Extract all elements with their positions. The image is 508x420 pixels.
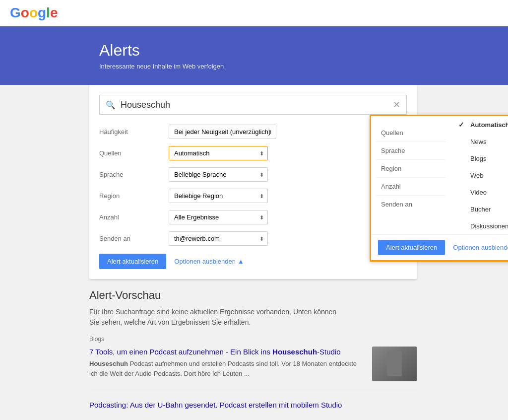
dropdown-option-news[interactable]: News [450,133,508,150]
dropdown-option-blogs[interactable]: Blogs [450,150,508,167]
preview-description: Für Ihre Suchanfrage sind keine aktuelle… [89,307,417,328]
logo-letter-g2: g [38,5,46,21]
senden-select[interactable]: th@rewerb.com [169,231,268,246]
search-icon: 🔍 [106,100,116,110]
main-content: 🔍 ✕ Häufigkeit Bei jeder Neuigkeit (unve… [0,85,508,420]
anzahl-label: Anzahl [99,213,169,221]
preview-section: Alert-Vorschau Für Ihre Suchanfrage sind… [89,289,417,410]
checkmark-icon: ✓ [458,121,466,129]
google-logo: G o o g l e [10,5,58,21]
option-diskussionen-label: Diskussionen [470,222,508,230]
result-thumbnail-1 [372,347,417,381]
dropdown-option-video[interactable]: Video [450,184,508,201]
dropdown-option-bucher[interactable]: Bücher [450,201,508,217]
dropdown-option-web[interactable]: Web [450,167,508,184]
thumbnail-figure [387,351,402,376]
sprache-label: Sprache [99,171,169,178]
snippet-bold: Houseschuh [89,360,128,367]
dropdown-update-button[interactable]: Alert aktualisieren [378,240,445,255]
result-title-2[interactable]: Podcasting: Aus der U-Bahn gesendet. Pod… [89,400,417,410]
logo-letter-e: e [50,5,58,21]
sprache-row: Sprache Beliebige Sprache [99,167,407,182]
senden-select-wrapper: th@rewerb.com [169,231,268,246]
dropdown-content: Quellen Sprache Region Anzahl Senden an … [371,116,508,234]
quellen-row: Quellen Automatisch [99,146,407,160]
anzahl-select[interactable]: Alle Ergebnisse [169,210,268,224]
empty-check4 [458,188,466,196]
quellen-select[interactable]: Automatisch [169,146,268,160]
region-select[interactable]: Beliebige Region [169,189,268,203]
option-automatisch-label: Automatisch [470,121,508,129]
option-blogs-label: Blogs [470,155,487,162]
dropdown-sprache-label: Sprache [376,142,445,160]
result-item-2: Podcasting: Aus der U-Bahn gesendet. Pod… [89,400,417,410]
empty-check6 [458,222,466,230]
quellen-label: Quellen [99,149,169,157]
thumbnail-image [372,347,417,381]
snippet-text: Podcast aufnehmen und erstellen Podcasts… [89,360,357,377]
anzahl-row: Anzahl Alle Ergebnisse [99,210,407,224]
senden-row: Senden an th@rewerb.com [99,231,407,246]
dropdown-region-label: Region [376,160,445,178]
empty-check2 [458,154,466,162]
search-input[interactable] [121,100,393,110]
search-card: 🔍 ✕ Häufigkeit Bei jeder Neuigkeit (unve… [89,85,417,279]
sprache-select[interactable]: Beliebige Sprache [169,167,268,182]
anzahl-select-wrapper: Alle Ergebnisse [169,210,268,224]
alerts-banner: Alerts Interessante neue Inhalte im Web … [0,26,508,90]
result-title-1[interactable]: 7 Tools, um einen Podcast aufzunehmen - … [89,347,364,357]
result-title-bold: Houseschuh [272,348,317,356]
alert-update-button[interactable]: Alert aktualisieren [99,254,166,269]
option-video-label: Video [470,189,487,196]
option-web-label: Web [470,172,484,179]
result-item-1: 7 Tools, um einen Podcast aufzunehmen - … [89,347,417,390]
result-title-pre: 7 Tools, um einen Podcast aufzunehmen - … [89,348,272,356]
form-buttons: Alert aktualisieren Optionen ausblenden … [99,254,407,269]
dropdown-anzahl-label: Anzahl [376,178,445,196]
preview-title: Alert-Vorschau [89,289,417,302]
region-select-wrapper: Beliebige Region [169,189,268,203]
dropdown-left-panel: Quellen Sprache Region Anzahl Senden an [371,116,450,221]
dropdown-footer: Alert aktualisieren Optionen ausblenden … [371,234,508,260]
search-box: 🔍 ✕ [99,95,407,115]
logo-letter-o2: o [29,5,38,21]
category-label: Blogs [89,336,417,343]
region-label: Region [99,192,169,200]
logo-letter-l: l [46,5,50,21]
dropdown-option-automatisch[interactable]: ✓ Automatisch [450,116,508,133]
dropdown-senden-label: Senden an [376,196,445,213]
option-news-label: News [470,138,487,145]
dropdown-option-diskussionen[interactable]: Diskussionen [450,217,508,234]
logo-letter-o1: o [21,5,29,21]
haufigkeit-select-wrapper: Bei jeder Neuigkeit (unverzüglich) [169,125,276,139]
chevron-up-icon: ▲ [238,258,244,265]
quellen-select-wrapper: Automatisch [169,146,268,160]
haufigkeit-label: Häufigkeit [99,128,169,136]
close-icon[interactable]: ✕ [393,99,400,110]
header: G o o g l e [0,0,508,26]
page-subtitle: Interessante neue Inhalte im Web verfolg… [99,63,493,70]
result-title-post: -Studio [317,348,341,356]
quellen-dropdown: Quellen Sprache Region Anzahl Senden an … [370,115,508,262]
senden-label: Senden an [99,235,169,242]
options-hide-button[interactable]: Optionen ausblenden ▲ [174,258,244,265]
empty-check5 [458,205,466,213]
sprache-select-wrapper: Beliebige Sprache [169,167,268,182]
result-text-1: 7 Tools, um einen Podcast aufzunehmen - … [89,347,364,381]
option-bucher-label: Bücher [470,206,491,213]
page-title: Alerts [99,41,493,60]
empty-check [458,138,466,145]
dropdown-options-hide-button[interactable]: Optionen ausblenden ▲ [453,244,508,251]
dropdown-quellen-label: Quellen [376,124,445,142]
region-row: Region Beliebige Region [99,189,407,203]
logo-letter-g: G [10,5,21,21]
result-snippet-1: Houseschuh Podcast aufnehmen und erstell… [89,359,364,378]
empty-check3 [458,171,466,179]
haufigkeit-select[interactable]: Bei jeder Neuigkeit (unverzüglich) [169,125,276,139]
dropdown-right-panel: ✓ Automatisch News Blogs Web [450,116,508,234]
haufigkeit-row: Häufigkeit Bei jeder Neuigkeit (unverzüg… [99,125,407,139]
